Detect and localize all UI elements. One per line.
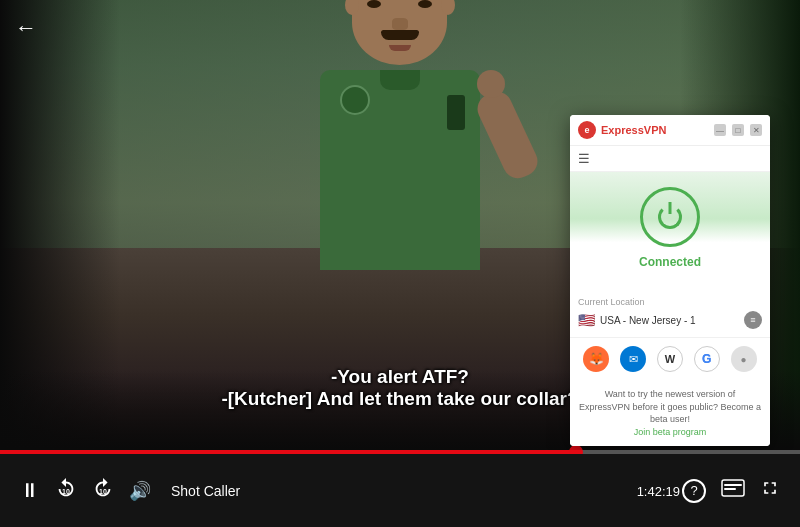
vpn-location-name: USA - New Jersey - 1: [600, 315, 744, 326]
vpn-minimize-button[interactable]: —: [714, 124, 726, 136]
svg-rect-2: [724, 488, 736, 490]
vpn-beta-link[interactable]: Join beta program: [578, 426, 762, 439]
vpn-status: Connected: [580, 255, 760, 269]
pause-icon: ⏸: [20, 479, 40, 502]
help-button[interactable]: ?: [682, 479, 706, 503]
vpn-shortcut-extra[interactable]: ●: [731, 346, 757, 372]
video-player: -You alert ATF? -[Kutcher] And let them …: [0, 0, 800, 450]
extra-icon: ●: [741, 354, 747, 365]
wikipedia-icon: W: [665, 353, 675, 365]
vpn-close-button[interactable]: ✕: [750, 124, 762, 136]
help-icon: ?: [690, 483, 697, 498]
google-icon: G: [702, 352, 711, 366]
volume-button[interactable]: 🔊: [129, 480, 151, 502]
vpn-change-location-button[interactable]: ≡: [744, 311, 762, 329]
expressvpn-logo-icon: e: [578, 121, 596, 139]
vpn-shortcut-firefox[interactable]: 🦊: [583, 346, 609, 372]
vpn-promo-text: Want to try the newest version of Expres…: [579, 389, 761, 424]
expressvpn-popup: e ExpressVPN — □ ✕ ☰ Connected: [570, 115, 770, 446]
svg-rect-1: [724, 484, 742, 486]
person-figure: [290, 70, 510, 390]
firefox-icon: 🦊: [589, 352, 604, 366]
vpn-shortcut-wikipedia[interactable]: W: [657, 346, 683, 372]
time-display: 1:42:19: [637, 483, 680, 498]
pause-button[interactable]: ⏸: [20, 479, 40, 502]
controls-left: ⏸ 10 10 🔊 Shot Caller: [20, 477, 682, 504]
vpn-shortcut-google[interactable]: G: [694, 346, 720, 372]
email-icon: ✉: [629, 353, 638, 366]
replay-10-label: 10: [62, 487, 70, 494]
volume-icon: 🔊: [129, 480, 151, 502]
replay-10-button[interactable]: 10: [55, 477, 77, 504]
vpn-logo-area: e ExpressVPN: [578, 121, 666, 139]
vpn-window-controls: — □ ✕: [714, 124, 762, 136]
fullscreen-icon: [760, 478, 780, 503]
controls-bar: ⏸ 10 10 🔊 Shot Caller: [0, 454, 800, 527]
vpn-titlebar: e ExpressVPN — □ ✕: [570, 115, 770, 146]
vpn-promo-section: Want to try the newest version of Expres…: [570, 380, 770, 446]
vpn-location-row: 🇺🇸 USA - New Jersey - 1 ≡: [578, 311, 762, 329]
forward-10-icon: 10: [92, 477, 114, 504]
vpn-location-section: Current Location 🇺🇸 USA - New Jersey - 1…: [570, 289, 770, 337]
vpn-maximize-button[interactable]: □: [732, 124, 744, 136]
power-line: [669, 202, 672, 214]
replay-10-icon: 10: [55, 477, 77, 504]
back-button[interactable]: ←: [15, 15, 37, 41]
subtitles-button[interactable]: [721, 479, 745, 502]
vpn-shortcuts: 🦊 ✉ W G ●: [570, 337, 770, 380]
vpn-shortcut-email[interactable]: ✉: [620, 346, 646, 372]
vpn-body: Connected: [570, 172, 770, 289]
vpn-change-icon: ≡: [750, 315, 755, 325]
vpn-hamburger-icon[interactable]: ☰: [578, 151, 762, 166]
forward-10-button[interactable]: 10: [92, 477, 114, 504]
forward-10-label: 10: [99, 487, 107, 494]
vpn-menu-bar: ☰: [570, 146, 770, 172]
vpn-power-icon: [655, 202, 685, 232]
video-title: Shot Caller: [171, 483, 240, 499]
vpn-flag-icon: 🇺🇸: [578, 312, 595, 328]
vpn-title: ExpressVPN: [601, 124, 666, 136]
controls-right: ?: [682, 478, 780, 503]
subtitles-icon: [721, 479, 745, 502]
vpn-location-label: Current Location: [578, 297, 762, 307]
vpn-power-button[interactable]: [640, 187, 700, 247]
fullscreen-button[interactable]: [760, 478, 780, 503]
